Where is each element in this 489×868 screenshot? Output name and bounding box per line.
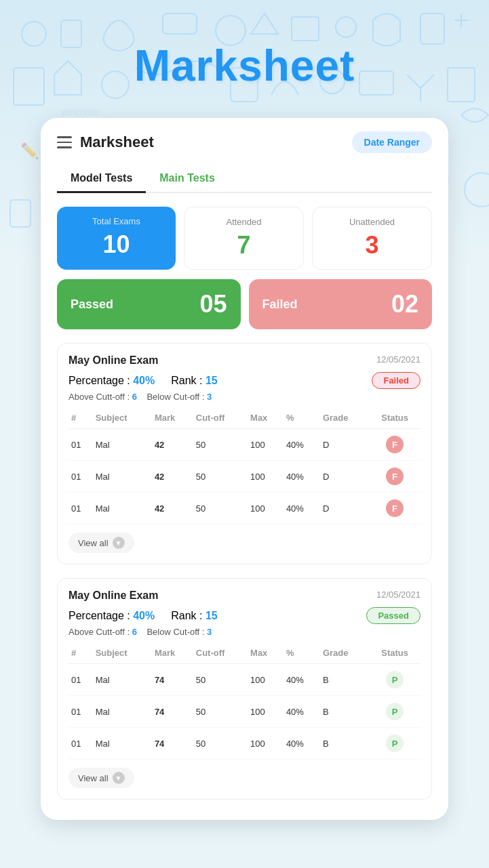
- status-circle: F: [386, 436, 404, 453]
- exam-cutoff-1: Above Cutt-off : 6 Below Cut-off : 3: [69, 392, 420, 402]
- exam-meta-left-2: Percentage : 40% Rank : 15: [69, 610, 218, 622]
- status-badge-2: Passed: [366, 607, 420, 624]
- col-percent: %: [283, 410, 320, 429]
- col-grade: Grade: [320, 410, 369, 429]
- tab-model-tests[interactable]: Model Tests: [57, 165, 146, 193]
- exam-card-2: May Online Exam 12/05/2021 Percentage : …: [57, 578, 432, 800]
- chevron-down-icon-2: ▼: [113, 772, 125, 784]
- exam-date-2: 12/05/2021: [376, 590, 420, 600]
- date-ranger-button[interactable]: Date Ranger: [352, 131, 432, 153]
- col-status-2: Status: [369, 645, 420, 664]
- table-row: 01 Mal 42 50 100 40% D F: [69, 493, 420, 524]
- exam-meta-left-1: Percentage : 40% Rank : 15: [69, 375, 218, 387]
- passed-label: Passed: [71, 297, 113, 312]
- card-header: Marksheet Date Ranger: [41, 118, 448, 153]
- status-circle: F: [386, 468, 404, 485]
- marksheet-card: Marksheet Date Ranger Model Tests Main T…: [41, 118, 448, 820]
- stats-row: Total Exams 10 Attended 7 Unattended 3: [57, 207, 432, 270]
- attended-value: 7: [191, 231, 296, 260]
- passed-card: Passed 05: [57, 279, 241, 329]
- chevron-down-icon: ▼: [113, 537, 125, 549]
- exam-card-1: May Online Exam 12/05/2021 Percentage : …: [57, 343, 432, 564]
- col-num-2: #: [69, 645, 93, 664]
- total-exams-card: Total Exams 10: [57, 207, 176, 270]
- view-all-button-2[interactable]: View all ▼: [69, 768, 134, 788]
- exam-cutoff-2: Above Cutt-off : 6 Below Cut-off : 3: [69, 627, 420, 637]
- tab-main-tests[interactable]: Main Tests: [146, 165, 229, 193]
- status-circle: F: [386, 499, 404, 517]
- total-exams-value: 10: [64, 230, 169, 259]
- passed-value: 05: [199, 290, 227, 318]
- exam-percentage-1: Percentage : 40%: [69, 375, 155, 387]
- exam-rank-1: Rank : 15: [171, 375, 217, 387]
- col-max: Max: [248, 410, 283, 429]
- failed-value: 02: [391, 290, 418, 318]
- total-exams-label: Total Exams: [64, 216, 169, 226]
- table-row: 01 Mal 74 50 100 40% B P: [69, 664, 420, 696]
- tabs-container: Model Tests Main Tests: [57, 165, 432, 193]
- exam-percentage-2: Percentage : 40%: [69, 610, 155, 622]
- status-circle: P: [386, 671, 404, 688]
- table-row: 01 Mal 74 50 100 40% B P: [69, 728, 420, 760]
- exam-header-1: May Online Exam 12/05/2021: [69, 354, 420, 367]
- col-cutoff-2: Cut-off: [193, 645, 248, 664]
- col-cutoff: Cut-off: [193, 410, 248, 429]
- exam-date-1: 12/05/2021: [376, 354, 420, 365]
- col-status: Status: [369, 410, 420, 429]
- col-subject: Subject: [93, 410, 152, 429]
- status-badge-1: Failed: [372, 372, 420, 389]
- table-row: 01 Mal 42 50 100 40% D F: [69, 429, 420, 461]
- attended-label: Attended: [191, 217, 296, 227]
- card-title: Marksheet: [80, 133, 352, 151]
- unattended-label: Unattended: [319, 217, 425, 227]
- exam-name-1: May Online Exam: [69, 354, 159, 367]
- table-row: 01 Mal 74 50 100 40% B P: [69, 696, 420, 728]
- col-max-2: Max: [248, 645, 283, 664]
- exam-table-2: # Subject Mark Cut-off Max % Grade Statu…: [69, 645, 420, 760]
- exam-rank-2: Rank : 15: [171, 610, 217, 622]
- col-grade-2: Grade: [320, 645, 369, 664]
- exam-meta-row-2: Percentage : 40% Rank : 15 Passed: [69, 607, 420, 624]
- col-mark: Mark: [152, 410, 193, 429]
- exam-name-2: May Online Exam: [69, 590, 159, 602]
- hamburger-menu[interactable]: [57, 136, 72, 148]
- attended-card: Attended 7: [184, 207, 304, 270]
- unattended-card: Unattended 3: [312, 207, 432, 270]
- page-title: Marksheet: [0, 0, 489, 91]
- exam-header-2: May Online Exam 12/05/2021: [69, 590, 420, 602]
- exam-meta-row-1: Percentage : 40% Rank : 15 Failed: [69, 372, 420, 389]
- col-num: #: [69, 410, 93, 429]
- view-all-button-1[interactable]: View all ▼: [69, 533, 134, 553]
- failed-card: Failed 02: [249, 279, 433, 329]
- exam-table-1: # Subject Mark Cut-off Max % Grade Statu…: [69, 410, 420, 524]
- table-row: 01 Mal 42 50 100 40% D F: [69, 461, 420, 493]
- col-percent-2: %: [283, 645, 320, 664]
- pass-fail-row: Passed 05 Failed 02: [57, 279, 432, 329]
- failed-label: Failed: [262, 297, 298, 312]
- status-circle: P: [386, 703, 404, 720]
- unattended-value: 3: [319, 231, 425, 260]
- col-mark-2: Mark: [152, 645, 193, 664]
- col-subject-2: Subject: [93, 645, 152, 664]
- status-circle: P: [386, 735, 404, 752]
